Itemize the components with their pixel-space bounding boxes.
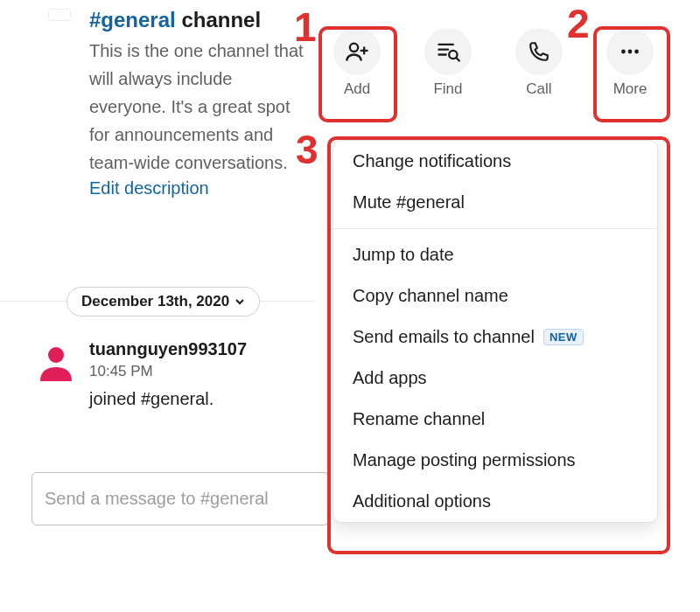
channel-header: #general channel This is the one channel… (37, 7, 308, 198)
channel-description: This is the one channel that will always… (89, 37, 308, 177)
menu-item-label: Jump to date (353, 245, 454, 265)
call-label: Call (506, 80, 572, 98)
find-button[interactable]: Find (415, 28, 481, 98)
message-composer[interactable]: Send a message to #general (32, 472, 329, 525)
channel-actions-row: Add Find Call More (324, 28, 663, 98)
phone-icon (515, 28, 563, 75)
menu-item-label: Add apps (353, 368, 427, 388)
svg-point-0 (350, 44, 358, 52)
menu-item-label: Change notifications (353, 151, 511, 171)
avatar[interactable] (35, 339, 77, 381)
edit-description-link[interactable]: Edit description (89, 178, 209, 198)
date-label: December 13th, 2020 (81, 293, 229, 310)
add-person-icon (333, 28, 381, 75)
new-badge: NEW (543, 329, 584, 345)
message-text: joined #general. (89, 389, 247, 409)
chevron-down-icon (234, 296, 245, 307)
menu-item-label: Manage posting permissions (353, 450, 576, 470)
more-button[interactable]: More (597, 28, 663, 98)
channel-title-suffix: channel (181, 8, 261, 31)
channel-title: #general channel (89, 7, 308, 33)
message-timestamp: 10:45 PM (89, 363, 247, 380)
svg-point-3 (628, 50, 633, 54)
menu-item-label: Rename channel (353, 409, 485, 429)
menu-item-label: Copy channel name (353, 286, 508, 306)
menu-additional-options[interactable]: Additional options (333, 481, 657, 522)
menu-item-label: Send emails to channel (353, 327, 535, 347)
channel-name-link[interactable]: #general (89, 8, 176, 31)
svg-point-5 (48, 347, 64, 363)
more-dots-icon (606, 28, 654, 75)
menu-manage-posting[interactable]: Manage posting permissions (333, 440, 657, 481)
composer-placeholder: Send a message to #general (45, 489, 269, 508)
menu-add-apps[interactable]: Add apps (333, 358, 657, 399)
more-label: More (597, 80, 663, 98)
menu-separator (333, 228, 657, 229)
svg-point-2 (621, 50, 626, 54)
add-label: Add (324, 80, 390, 98)
message-row: tuannguyen993107 10:45 PM joined #genera… (35, 339, 247, 409)
date-divider-pill[interactable]: December 13th, 2020 (66, 287, 260, 316)
menu-copy-channel-name[interactable]: Copy channel name (333, 275, 657, 316)
menu-send-emails[interactable]: Send emails to channel NEW (333, 316, 657, 358)
menu-item-label: Additional options (353, 491, 491, 511)
add-button[interactable]: Add (324, 28, 390, 98)
svg-point-4 (634, 50, 639, 54)
menu-jump-to-date[interactable]: Jump to date (333, 234, 657, 275)
call-button[interactable]: Call (506, 28, 572, 98)
message-username[interactable]: tuannguyen993107 (89, 339, 247, 359)
menu-item-label: Mute #general (353, 192, 465, 212)
menu-rename-channel[interactable]: Rename channel (333, 399, 657, 440)
find-label: Find (415, 80, 481, 98)
message-body: tuannguyen993107 10:45 PM joined #genera… (89, 339, 247, 409)
find-list-icon (424, 28, 472, 75)
more-menu: Change notifications Mute #general Jump … (332, 140, 658, 523)
menu-mute-channel[interactable]: Mute #general (333, 182, 657, 223)
menu-change-notifications[interactable]: Change notifications (333, 141, 657, 182)
